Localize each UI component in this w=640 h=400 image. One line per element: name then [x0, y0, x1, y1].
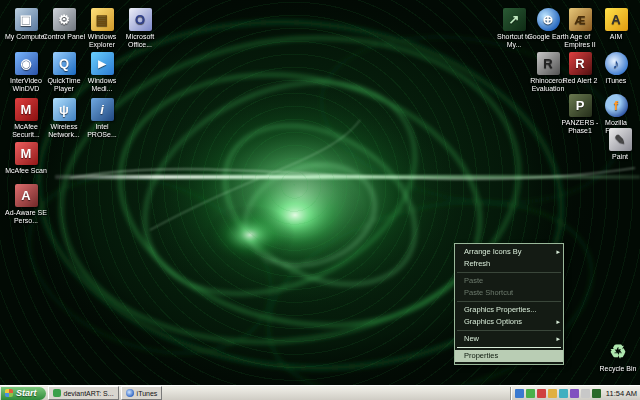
icon-label: iTunes [594, 77, 638, 85]
desktop-icon-paint[interactable]: Paint [598, 128, 640, 161]
intel-proset-icon [91, 98, 114, 121]
panzers-icon [569, 94, 592, 117]
tray-icon[interactable] [581, 389, 590, 398]
google-earth-icon [537, 8, 560, 31]
menu-separator [457, 330, 561, 331]
taskbar-task-itunes[interactable]: iTunes [121, 386, 163, 400]
desktop[interactable]: My Computer Control Panel Windows Explor… [0, 0, 640, 400]
task-label: iTunes [137, 390, 158, 397]
windvd-icon [15, 52, 38, 75]
recycle-bin-icon [607, 340, 630, 363]
desktop-icon-mcafee-scan[interactable]: McAfee Scan [4, 142, 48, 175]
context-menu: Arrange Icons By Refresh Paste Paste Sho… [454, 243, 564, 365]
windows-explorer-icon [91, 8, 114, 31]
icon-label: AIM [594, 33, 638, 41]
start-button-label: Start [16, 388, 37, 398]
start-button[interactable]: Start [1, 387, 46, 400]
quicktime-icon [53, 52, 76, 75]
icon-label: Ad-Aware SE Perso... [4, 209, 48, 225]
aim-icon [605, 8, 628, 31]
taskbar-clock[interactable]: 11:54 AM [606, 389, 637, 398]
wireless-network-icon [53, 98, 76, 121]
menu-separator [457, 272, 561, 273]
desktop-icon-recycle-bin[interactable]: Recycle Bin [596, 340, 640, 373]
menu-item-paste-shortcut: Paste Shortcut [455, 287, 563, 299]
menu-separator [457, 347, 561, 348]
tray-icon[interactable] [570, 389, 579, 398]
icon-label: McAfee Scan [4, 167, 48, 175]
taskbar-task-deviantart[interactable]: deviantART: S... [48, 386, 119, 400]
menu-item-graphics-properties[interactable]: Graphics Properties... [455, 304, 563, 316]
taskbar: Start deviantART: S... iTunes 11:54 AM [0, 385, 640, 400]
deviantart-icon [53, 389, 61, 397]
my-computer-icon [15, 8, 38, 31]
itunes-icon [126, 389, 134, 397]
windows-media-player-icon [91, 52, 114, 75]
rhinoceros-icon [537, 52, 560, 75]
system-tray: 11:54 AM [510, 387, 640, 400]
desktop-icon-ad-aware[interactable]: Ad-Aware SE Perso... [4, 184, 48, 225]
menu-separator [457, 301, 561, 302]
icon-label: Intel PROSe... [80, 123, 124, 139]
shortcut-icon [503, 8, 526, 31]
tray-icon[interactable] [526, 389, 535, 398]
mcafee-icon [15, 98, 38, 121]
microsoft-office-icon [129, 8, 152, 31]
itunes-icon [605, 52, 628, 75]
windows-flag-icon [5, 389, 13, 397]
mcafee-scan-icon [15, 142, 38, 165]
icon-label: Windows Medi... [80, 77, 124, 93]
tray-icon[interactable] [559, 389, 568, 398]
menu-item-paste: Paste [455, 275, 563, 287]
age-of-empires-icon [569, 8, 592, 31]
menu-item-arrange-icons-by[interactable]: Arrange Icons By [455, 246, 563, 258]
tray-icon[interactable] [592, 389, 601, 398]
tray-icon[interactable] [548, 389, 557, 398]
firefox-icon [605, 94, 628, 117]
tray-icon[interactable] [537, 389, 546, 398]
tray-icon[interactable] [515, 389, 524, 398]
desktop-icon-itunes[interactable]: iTunes [594, 52, 638, 85]
icon-label: Microsoft Office... [118, 33, 162, 49]
icon-label: Paint [598, 153, 640, 161]
task-label: deviantART: S... [64, 390, 114, 397]
menu-item-properties[interactable]: Properties [455, 350, 563, 362]
icon-label: Recycle Bin [596, 365, 640, 373]
menu-item-refresh[interactable]: Refresh [455, 258, 563, 270]
paint-icon [609, 128, 632, 151]
desktop-icon-microsoft-office[interactable]: Microsoft Office... [118, 8, 162, 49]
desktop-icon-aim[interactable]: AIM [594, 8, 638, 41]
ad-aware-icon [15, 184, 38, 207]
menu-item-graphics-options[interactable]: Graphics Options [455, 316, 563, 328]
red-alert-2-icon [569, 52, 592, 75]
desktop-icon-windows-media-player[interactable]: Windows Medi... [80, 52, 124, 93]
control-panel-icon [53, 8, 76, 31]
menu-item-new[interactable]: New [455, 333, 563, 345]
desktop-icon-intel-proset[interactable]: Intel PROSe... [80, 98, 124, 139]
